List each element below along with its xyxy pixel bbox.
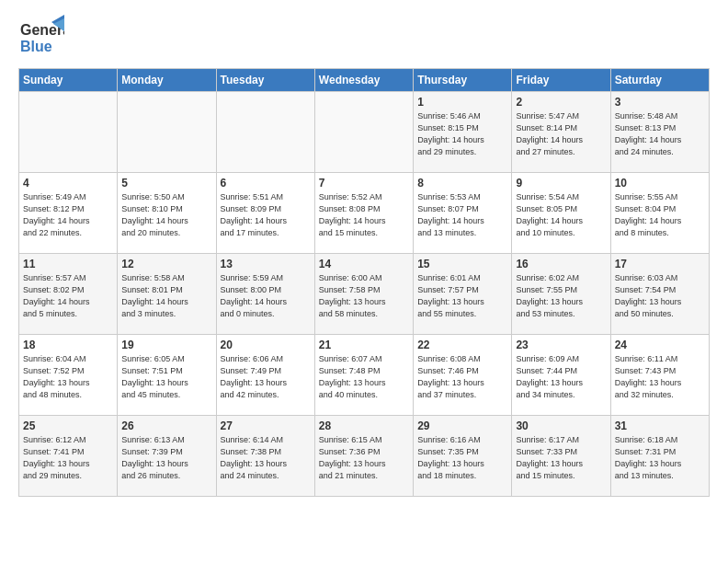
- day-number: 3: [615, 96, 705, 109]
- day-number: 9: [516, 177, 606, 190]
- day-cell: 4Sunrise: 5:49 AMSunset: 8:12 PMDaylight…: [19, 173, 118, 254]
- day-number: 4: [23, 177, 113, 190]
- day-info: Sunrise: 5:51 AMSunset: 8:09 PMDaylight:…: [221, 191, 311, 239]
- day-number: 6: [221, 177, 311, 190]
- day-cell: 28Sunrise: 6:15 AMSunset: 7:36 PMDayligh…: [314, 416, 413, 497]
- day-number: 20: [221, 339, 311, 351]
- day-info: Sunrise: 6:08 AMSunset: 7:46 PMDaylight:…: [417, 353, 507, 401]
- logo: General Blue: [18, 15, 66, 61]
- day-cell: 24Sunrise: 6:11 AMSunset: 7:43 PMDayligh…: [610, 335, 709, 416]
- day-number: 31: [615, 419, 705, 432]
- day-number: 12: [121, 258, 211, 270]
- day-cell: 17Sunrise: 6:03 AMSunset: 7:54 PMDayligh…: [610, 254, 709, 335]
- day-info: Sunrise: 5:59 AMSunset: 8:00 PMDaylight:…: [221, 272, 311, 320]
- day-info: Sunrise: 6:05 AMSunset: 7:51 PMDaylight:…: [121, 353, 211, 401]
- day-number: 14: [319, 258, 409, 270]
- day-info: Sunrise: 6:11 AMSunset: 7:43 PMDaylight:…: [615, 353, 705, 401]
- day-info: Sunrise: 6:06 AMSunset: 7:49 PMDaylight:…: [221, 353, 311, 401]
- day-info: Sunrise: 5:46 AMSunset: 8:15 PMDaylight:…: [417, 110, 507, 158]
- day-number: 30: [516, 419, 606, 432]
- day-cell: 10Sunrise: 5:55 AMSunset: 8:04 PMDayligh…: [610, 173, 709, 254]
- weekday-tuesday: Tuesday: [216, 69, 314, 92]
- day-cell: 2Sunrise: 5:47 AMSunset: 8:14 PMDaylight…: [512, 92, 610, 173]
- day-cell: 6Sunrise: 5:51 AMSunset: 8:09 PMDaylight…: [216, 173, 314, 254]
- day-cell: 3Sunrise: 5:48 AMSunset: 8:13 PMDaylight…: [610, 92, 709, 173]
- day-info: Sunrise: 6:04 AMSunset: 7:52 PMDaylight:…: [23, 353, 113, 401]
- week-row-1: 1Sunrise: 5:46 AMSunset: 8:15 PMDaylight…: [19, 92, 710, 173]
- day-number: 27: [221, 419, 311, 432]
- day-cell: [118, 92, 216, 173]
- week-row-4: 18Sunrise: 6:04 AMSunset: 7:52 PMDayligh…: [19, 335, 710, 416]
- day-cell: 11Sunrise: 5:57 AMSunset: 8:02 PMDayligh…: [19, 254, 118, 335]
- day-number: 24: [615, 339, 705, 351]
- day-info: Sunrise: 6:13 AMSunset: 7:39 PMDaylight:…: [121, 434, 211, 482]
- day-number: 13: [221, 258, 311, 270]
- weekday-header-row: SundayMondayTuesdayWednesdayThursdayFrid…: [19, 69, 710, 92]
- day-cell: 16Sunrise: 6:02 AMSunset: 7:55 PMDayligh…: [512, 254, 610, 335]
- day-cell: 14Sunrise: 6:00 AMSunset: 7:58 PMDayligh…: [314, 254, 413, 335]
- day-info: Sunrise: 6:00 AMSunset: 7:58 PMDaylight:…: [319, 272, 409, 320]
- day-cell: [314, 92, 413, 173]
- day-cell: 27Sunrise: 6:14 AMSunset: 7:38 PMDayligh…: [216, 416, 314, 497]
- day-number: 7: [319, 177, 409, 190]
- calendar: SundayMondayTuesdayWednesdayThursdayFrid…: [18, 68, 710, 497]
- day-cell: 29Sunrise: 6:16 AMSunset: 7:35 PMDayligh…: [414, 416, 512, 497]
- day-cell: 30Sunrise: 6:17 AMSunset: 7:33 PMDayligh…: [512, 416, 610, 497]
- day-info: Sunrise: 6:02 AMSunset: 7:55 PMDaylight:…: [516, 272, 606, 320]
- day-number: 10: [615, 177, 705, 190]
- day-info: Sunrise: 5:54 AMSunset: 8:05 PMDaylight:…: [516, 191, 606, 239]
- day-cell: 8Sunrise: 5:53 AMSunset: 8:07 PMDaylight…: [414, 173, 512, 254]
- day-number: 11: [23, 258, 113, 270]
- day-number: 17: [615, 258, 705, 270]
- day-cell: 12Sunrise: 5:58 AMSunset: 8:01 PMDayligh…: [118, 254, 216, 335]
- day-info: Sunrise: 6:16 AMSunset: 7:35 PMDaylight:…: [417, 434, 507, 482]
- day-cell: 1Sunrise: 5:46 AMSunset: 8:15 PMDaylight…: [414, 92, 512, 173]
- weekday-wednesday: Wednesday: [314, 69, 413, 92]
- day-info: Sunrise: 5:57 AMSunset: 8:02 PMDaylight:…: [23, 272, 113, 320]
- day-info: Sunrise: 6:03 AMSunset: 7:54 PMDaylight:…: [615, 272, 705, 320]
- day-number: 22: [417, 339, 507, 351]
- day-info: Sunrise: 5:55 AMSunset: 8:04 PMDaylight:…: [615, 191, 705, 239]
- day-number: 21: [319, 339, 409, 351]
- day-info: Sunrise: 5:52 AMSunset: 8:08 PMDaylight:…: [319, 191, 409, 239]
- weekday-friday: Friday: [512, 69, 610, 92]
- day-cell: 26Sunrise: 6:13 AMSunset: 7:39 PMDayligh…: [118, 416, 216, 497]
- day-number: 19: [121, 339, 211, 351]
- day-info: Sunrise: 6:17 AMSunset: 7:33 PMDaylight:…: [516, 434, 606, 482]
- day-cell: 31Sunrise: 6:18 AMSunset: 7:31 PMDayligh…: [610, 416, 709, 497]
- day-info: Sunrise: 6:12 AMSunset: 7:41 PMDaylight:…: [23, 434, 113, 482]
- day-number: 16: [516, 258, 606, 270]
- day-info: Sunrise: 5:58 AMSunset: 8:01 PMDaylight:…: [121, 272, 211, 320]
- day-cell: 9Sunrise: 5:54 AMSunset: 8:05 PMDaylight…: [512, 173, 610, 254]
- day-number: 1: [417, 96, 507, 109]
- weekday-monday: Monday: [118, 69, 216, 92]
- day-info: Sunrise: 6:01 AMSunset: 7:57 PMDaylight:…: [417, 272, 507, 320]
- day-info: Sunrise: 5:53 AMSunset: 8:07 PMDaylight:…: [417, 191, 507, 239]
- day-cell: [19, 92, 118, 173]
- day-info: Sunrise: 5:48 AMSunset: 8:13 PMDaylight:…: [615, 110, 705, 158]
- day-info: Sunrise: 5:50 AMSunset: 8:10 PMDaylight:…: [121, 191, 211, 239]
- day-number: 29: [417, 419, 507, 432]
- header: General Blue: [18, 15, 710, 61]
- day-cell: 5Sunrise: 5:50 AMSunset: 8:10 PMDaylight…: [118, 173, 216, 254]
- weekday-thursday: Thursday: [414, 69, 512, 92]
- logo-icon: General Blue: [18, 15, 64, 61]
- svg-text:Blue: Blue: [20, 39, 52, 54]
- day-number: 18: [23, 339, 113, 351]
- day-cell: 21Sunrise: 6:07 AMSunset: 7:48 PMDayligh…: [314, 335, 413, 416]
- day-info: Sunrise: 6:14 AMSunset: 7:38 PMDaylight:…: [221, 434, 311, 482]
- weekday-saturday: Saturday: [610, 69, 709, 92]
- day-cell: 15Sunrise: 6:01 AMSunset: 7:57 PMDayligh…: [414, 254, 512, 335]
- day-cell: 20Sunrise: 6:06 AMSunset: 7:49 PMDayligh…: [216, 335, 314, 416]
- weekday-sunday: Sunday: [19, 69, 118, 92]
- week-row-2: 4Sunrise: 5:49 AMSunset: 8:12 PMDaylight…: [19, 173, 710, 254]
- day-number: 28: [319, 419, 409, 432]
- day-info: Sunrise: 6:18 AMSunset: 7:31 PMDaylight:…: [615, 434, 705, 482]
- day-number: 8: [417, 177, 507, 190]
- day-number: 2: [516, 96, 606, 109]
- day-number: 25: [23, 419, 113, 432]
- day-cell: 13Sunrise: 5:59 AMSunset: 8:00 PMDayligh…: [216, 254, 314, 335]
- day-cell: 18Sunrise: 6:04 AMSunset: 7:52 PMDayligh…: [19, 335, 118, 416]
- day-info: Sunrise: 6:07 AMSunset: 7:48 PMDaylight:…: [319, 353, 409, 401]
- day-info: Sunrise: 6:09 AMSunset: 7:44 PMDaylight:…: [516, 353, 606, 401]
